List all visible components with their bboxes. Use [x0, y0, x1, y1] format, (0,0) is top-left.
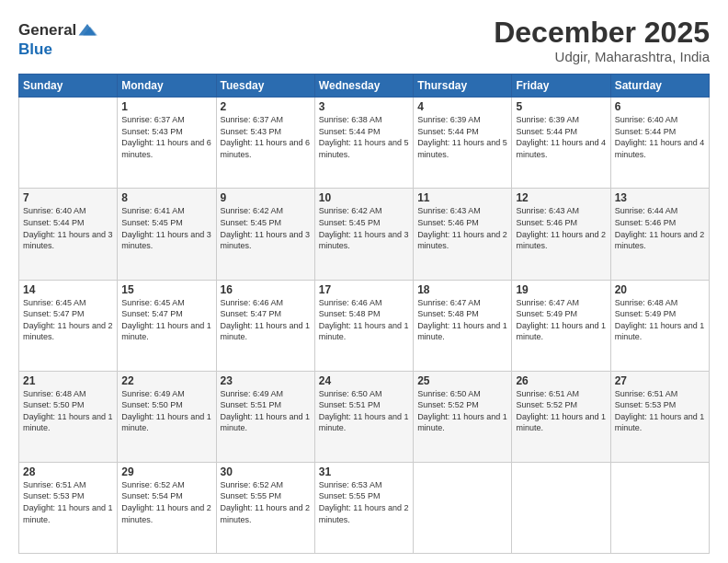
day-cell [610, 462, 709, 553]
day-number: 30 [221, 465, 311, 478]
day-cell: 11Sunrise: 6:43 AMSunset: 5:46 PMDayligh… [414, 189, 512, 280]
day-cell: 16Sunrise: 6:46 AMSunset: 5:47 PMDayligh… [216, 280, 314, 371]
day-cell: 30Sunrise: 6:52 AMSunset: 5:55 PMDayligh… [216, 462, 314, 553]
day-cell: 7Sunrise: 6:40 AMSunset: 5:44 PMDaylight… [19, 189, 118, 280]
day-cell: 25Sunrise: 6:50 AMSunset: 5:52 PMDayligh… [414, 371, 512, 462]
day-number: 15 [121, 283, 211, 296]
day-number: 18 [417, 283, 507, 296]
location: Udgir, Maharashtra, India [494, 49, 710, 64]
day-cell: 28Sunrise: 6:51 AMSunset: 5:53 PMDayligh… [19, 462, 118, 553]
day-cell [19, 98, 118, 189]
header-friday: Friday [512, 75, 610, 98]
day-cell: 21Sunrise: 6:48 AMSunset: 5:50 PMDayligh… [19, 371, 118, 462]
day-detail: Sunrise: 6:48 AMSunset: 5:50 PMDaylight:… [23, 388, 113, 434]
day-cell: 15Sunrise: 6:45 AMSunset: 5:47 PMDayligh… [118, 280, 216, 371]
day-number: 5 [516, 100, 606, 113]
day-number: 16 [221, 283, 311, 296]
logo-blue: Blue [18, 40, 52, 58]
day-cell: 20Sunrise: 6:48 AMSunset: 5:49 PMDayligh… [610, 280, 709, 371]
day-detail: Sunrise: 6:37 AMSunset: 5:43 PMDaylight:… [121, 114, 211, 160]
day-number: 1 [121, 100, 211, 113]
day-cell: 17Sunrise: 6:46 AMSunset: 5:48 PMDayligh… [314, 280, 413, 371]
day-number: 10 [319, 191, 409, 204]
day-number: 21 [23, 374, 113, 387]
day-detail: Sunrise: 6:37 AMSunset: 5:43 PMDaylight:… [221, 114, 311, 160]
day-number: 8 [121, 191, 211, 204]
day-number: 14 [23, 283, 113, 296]
calendar: Sunday Monday Tuesday Wednesday Thursday… [18, 74, 710, 554]
day-cell: 3Sunrise: 6:38 AMSunset: 5:44 PMDaylight… [314, 98, 413, 189]
day-detail: Sunrise: 6:50 AMSunset: 5:51 PMDaylight:… [319, 388, 409, 434]
day-detail: Sunrise: 6:49 AMSunset: 5:50 PMDaylight:… [121, 388, 211, 434]
page: General Blue December 2025 Udgir, Mahara… [0, 0, 728, 563]
day-detail: Sunrise: 6:45 AMSunset: 5:47 PMDaylight:… [23, 297, 113, 343]
day-number: 3 [319, 100, 409, 113]
day-number: 17 [319, 283, 409, 296]
day-detail: Sunrise: 6:40 AMSunset: 5:44 PMDaylight:… [615, 114, 705, 160]
day-detail: Sunrise: 6:45 AMSunset: 5:47 PMDaylight:… [121, 297, 211, 343]
day-detail: Sunrise: 6:52 AMSunset: 5:55 PMDaylight:… [221, 479, 311, 525]
day-detail: Sunrise: 6:51 AMSunset: 5:53 PMDaylight:… [23, 479, 113, 525]
day-number: 24 [319, 374, 409, 387]
day-number: 29 [121, 465, 211, 478]
day-detail: Sunrise: 6:48 AMSunset: 5:49 PMDaylight:… [615, 297, 705, 343]
day-cell: 13Sunrise: 6:44 AMSunset: 5:46 PMDayligh… [610, 189, 709, 280]
day-cell: 6Sunrise: 6:40 AMSunset: 5:44 PMDaylight… [610, 98, 709, 189]
day-number: 9 [221, 191, 311, 204]
day-detail: Sunrise: 6:51 AMSunset: 5:53 PMDaylight:… [615, 388, 705, 434]
day-detail: Sunrise: 6:39 AMSunset: 5:44 PMDaylight:… [417, 114, 507, 160]
day-number: 12 [516, 191, 606, 204]
day-detail: Sunrise: 6:50 AMSunset: 5:52 PMDaylight:… [417, 388, 507, 434]
header-saturday: Saturday [610, 75, 709, 98]
day-cell [512, 462, 610, 553]
header-wednesday: Wednesday [314, 75, 413, 98]
day-cell: 1Sunrise: 6:37 AMSunset: 5:43 PMDaylight… [118, 98, 216, 189]
day-number: 28 [23, 465, 113, 478]
day-cell: 5Sunrise: 6:39 AMSunset: 5:44 PMDaylight… [512, 98, 610, 189]
day-cell: 14Sunrise: 6:45 AMSunset: 5:47 PMDayligh… [19, 280, 118, 371]
day-number: 20 [615, 283, 705, 296]
week-row-0: 1Sunrise: 6:37 AMSunset: 5:43 PMDaylight… [19, 98, 710, 189]
day-cell: 29Sunrise: 6:52 AMSunset: 5:54 PMDayligh… [118, 462, 216, 553]
day-detail: Sunrise: 6:52 AMSunset: 5:54 PMDaylight:… [121, 479, 211, 525]
day-cell: 24Sunrise: 6:50 AMSunset: 5:51 PMDayligh… [314, 371, 413, 462]
day-cell: 4Sunrise: 6:39 AMSunset: 5:44 PMDaylight… [414, 98, 512, 189]
day-cell: 26Sunrise: 6:51 AMSunset: 5:52 PMDayligh… [512, 371, 610, 462]
week-row-3: 21Sunrise: 6:48 AMSunset: 5:50 PMDayligh… [19, 371, 710, 462]
day-number: 26 [516, 374, 606, 387]
day-detail: Sunrise: 6:51 AMSunset: 5:52 PMDaylight:… [516, 388, 606, 434]
day-number: 27 [615, 374, 705, 387]
day-detail: Sunrise: 6:43 AMSunset: 5:46 PMDaylight:… [417, 205, 507, 251]
header-tuesday: Tuesday [216, 75, 314, 98]
day-cell: 19Sunrise: 6:47 AMSunset: 5:49 PMDayligh… [512, 280, 610, 371]
day-cell: 9Sunrise: 6:42 AMSunset: 5:45 PMDaylight… [216, 189, 314, 280]
weekday-header-row: Sunday Monday Tuesday Wednesday Thursday… [19, 75, 710, 98]
day-number: 23 [221, 374, 311, 387]
logo: General Blue [18, 20, 97, 59]
day-detail: Sunrise: 6:46 AMSunset: 5:48 PMDaylight:… [319, 297, 409, 343]
day-detail: Sunrise: 6:47 AMSunset: 5:48 PMDaylight:… [417, 297, 507, 343]
day-number: 25 [417, 374, 507, 387]
day-detail: Sunrise: 6:38 AMSunset: 5:44 PMDaylight:… [319, 114, 409, 160]
day-detail: Sunrise: 6:46 AMSunset: 5:47 PMDaylight:… [221, 297, 311, 343]
title-block: December 2025 Udgir, Maharashtra, India [494, 17, 710, 64]
week-row-1: 7Sunrise: 6:40 AMSunset: 5:44 PMDaylight… [19, 189, 710, 280]
header-monday: Monday [118, 75, 216, 98]
day-number: 2 [221, 100, 311, 113]
day-cell: 8Sunrise: 6:41 AMSunset: 5:45 PMDaylight… [118, 189, 216, 280]
header-sunday: Sunday [19, 75, 118, 98]
week-row-4: 28Sunrise: 6:51 AMSunset: 5:53 PMDayligh… [19, 462, 710, 553]
day-number: 22 [121, 374, 211, 387]
day-number: 19 [516, 283, 606, 296]
day-detail: Sunrise: 6:43 AMSunset: 5:46 PMDaylight:… [516, 205, 606, 251]
day-cell: 31Sunrise: 6:53 AMSunset: 5:55 PMDayligh… [314, 462, 413, 553]
day-cell: 10Sunrise: 6:42 AMSunset: 5:45 PMDayligh… [314, 189, 413, 280]
day-detail: Sunrise: 6:42 AMSunset: 5:45 PMDaylight:… [221, 205, 311, 251]
day-cell [414, 462, 512, 553]
day-detail: Sunrise: 6:41 AMSunset: 5:45 PMDaylight:… [121, 205, 211, 251]
header: General Blue December 2025 Udgir, Mahara… [18, 17, 710, 64]
day-detail: Sunrise: 6:47 AMSunset: 5:49 PMDaylight:… [516, 297, 606, 343]
day-number: 11 [417, 191, 507, 204]
day-number: 7 [23, 191, 113, 204]
day-detail: Sunrise: 6:53 AMSunset: 5:55 PMDaylight:… [319, 479, 409, 525]
